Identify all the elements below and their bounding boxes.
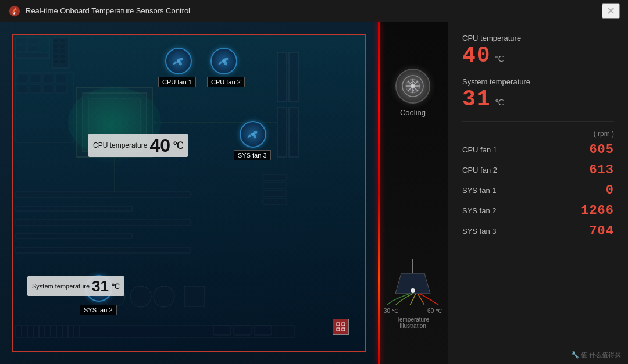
svg-rect-61 [234,326,251,335]
svg-rect-3 [28,38,38,44]
svg-rect-42 [263,191,286,197]
temp-low-label: 30 ℃ [384,308,398,314]
svg-rect-14 [53,55,58,58]
cpu-temp-stat-value: 40 [462,45,491,67]
svg-rect-60 [213,326,231,335]
svg-point-87 [411,288,415,293]
cooling-icon[interactable] [395,69,430,104]
svg-rect-29 [43,85,53,93]
fan-blades-1 [170,52,187,70]
svg-rect-26 [56,74,66,83]
svg-rect-10 [53,44,58,48]
fan-rpm-name-2: SYS fan 1 [462,186,497,195]
fan-blades-2 [215,52,233,70]
svg-rect-25 [43,74,53,83]
sys-temp-label-board: System temperature [32,283,90,290]
svg-rect-5 [28,45,38,51]
fan-rpm-name-4: SYS fan 3 [462,227,497,235]
svg-rect-38 [16,234,132,238]
svg-rect-32 [289,52,298,102]
sys-temp-unit-board: ℃ [111,282,120,291]
fan-rpm-row-2: SYS fan 1 0 [462,183,614,198]
sys-temp-stat-row: 31 ℃ [462,88,614,110]
cpu-temp-stat-label: CPU temperature [462,34,614,42]
svg-rect-17 [60,60,65,63]
svg-rect-33 [277,108,287,157]
watermark-text: 值 什么值得买 [581,351,621,358]
sys-fan-3-icon[interactable] [240,121,266,148]
watermark-logo: 🔧 [571,351,579,358]
temp-illus-label: TemperatureIllustration [384,316,442,329]
close-button[interactable]: ✕ [602,3,620,19]
sys-temp-stat-value: 31 [462,88,491,110]
temp-high-label: 60 ℃ [427,308,442,314]
divider-1 [462,121,614,122]
title-text: Real-time Onboard Temperature Sensors Co… [26,6,190,15]
svg-rect-2 [16,38,26,44]
title-left: Real-time Onboard Temperature Sensors Co… [8,5,190,17]
svg-point-45 [130,286,151,307]
fan-rpm-name-0: CPU fan 1 [462,145,497,154]
svg-rect-62 [254,326,272,335]
svg-rect-31 [277,52,287,102]
svg-rect-30 [56,85,66,93]
title-bar: Real-time Onboard Temperature Sensors Co… [0,0,628,22]
fan-rpm-value-4: 704 [589,224,614,238]
svg-rect-28 [30,85,41,93]
svg-rect-37 [16,220,190,226]
svg-rect-6 [16,53,48,58]
svg-point-46 [154,286,174,307]
fan-rpm-row-0: CPU fan 1 605 [462,142,614,157]
svg-rect-47 [184,286,205,306]
fan-rpm-name-1: CPU fan 2 [462,166,497,174]
fan-rpm-row-4: SYS fan 3 704 [462,224,614,238]
svg-rect-27 [17,85,28,93]
cpu-fan-2-icon[interactable] [210,48,237,74]
cpu-fan-1-icon[interactable] [165,48,192,74]
svg-rect-35 [16,192,190,198]
ui-icon-svg [336,322,346,332]
fan-blades-3 [244,126,262,143]
cpu-temp-stat-unit: ℃ [495,54,504,63]
fan-rpm-value-1: 613 [589,163,614,177]
svg-rect-13 [60,49,65,53]
fan-rpm-value-2: 0 [606,183,614,198]
cpu-temp-unit-board: ℃ [173,140,183,151]
svg-point-84 [411,84,415,88]
fan-rpm-name-3: SYS fan 2 [462,206,497,215]
cpu-temp-overlay: CPU temperature 40 ℃ [88,134,188,157]
spectrum-svg [384,247,442,305]
app-icon [8,5,21,17]
fan-rpm-row-1: CPU fan 2 613 [462,163,614,177]
sys-fan-3-label: SYS fan 3 [234,150,271,160]
watermark: 🔧 值 什么值得买 [571,351,621,359]
fan-rpm-row-3: SYS fan 2 1266 [462,204,614,218]
rpm-label: ( rpm ) [594,130,614,138]
sys-temp-value-board: 31 [92,279,109,294]
main-content: CPU temperature 40 ℃ System temperature … [0,22,628,364]
svg-rect-8 [53,39,58,42]
rpm-header: ( rpm ) [462,130,614,138]
cpu-fan-1-label: CPU fan 1 [158,77,196,87]
pcb-bg: CPU temperature 40 ℃ System temperature … [13,35,365,351]
center-panel: Cooling [378,22,448,364]
svg-rect-4 [16,45,26,51]
sys-temp-section: System temperature 31 ℃ [462,77,614,110]
svg-rect-41 [263,183,286,188]
sys-temp-overlay: System temperature 31 ℃ [27,276,124,296]
svg-rect-73 [342,328,345,331]
svg-rect-22 [16,73,74,142]
cooling-svg [400,73,426,99]
cpu-temp-stat-row: 40 ℃ [462,45,614,67]
board-panel: CPU temperature 40 ℃ System temperature … [0,22,378,364]
svg-rect-70 [337,323,340,326]
fan-rpm-value-0: 605 [589,142,614,157]
svg-rect-40 [263,174,286,180]
cpu-fan-2-label: CPU fan 2 [207,77,245,87]
svg-rect-16 [53,60,58,63]
cooling-section: Cooling [395,69,430,117]
board-ui-icon[interactable] [333,319,349,335]
svg-rect-23 [17,74,28,83]
svg-rect-11 [60,44,65,48]
cpu-temp-label-board: CPU temperature [93,141,147,149]
